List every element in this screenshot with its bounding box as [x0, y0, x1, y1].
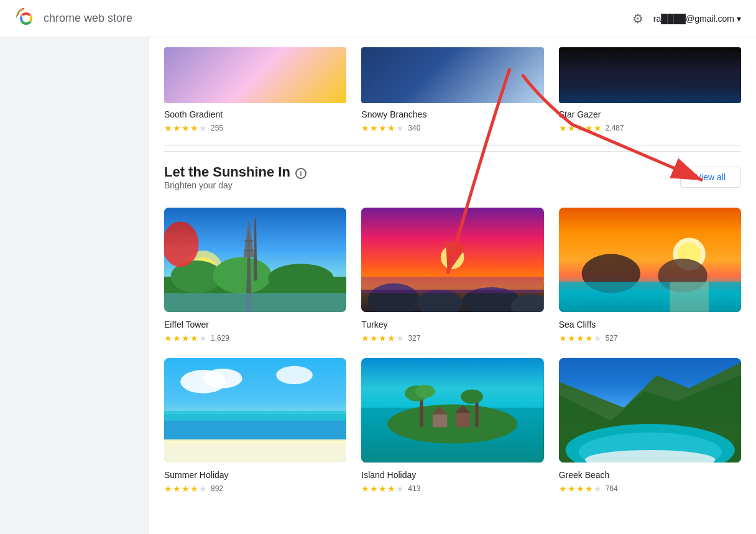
star-1: ★	[559, 333, 567, 343]
star-2: ★	[370, 123, 378, 133]
star-4: ★	[585, 484, 593, 494]
star-5: ★	[199, 123, 207, 133]
rating-count: 527	[606, 334, 618, 343]
theme-thumbnail	[164, 208, 346, 312]
star-1: ★	[164, 333, 172, 343]
svg-point-45	[461, 389, 484, 403]
star-rating: ★ ★ ★ ★ ★	[559, 484, 602, 494]
theme-thumbnail	[361, 47, 543, 103]
user-email-text: ra████@gmail.com	[653, 14, 734, 24]
chrome-logo-icon	[15, 7, 37, 30]
info-icon[interactable]: i	[295, 168, 307, 179]
rating-count: 327	[408, 334, 420, 343]
rating-count: 255	[211, 124, 223, 132]
star-4: ★	[190, 123, 198, 133]
star-3: ★	[576, 484, 584, 494]
star-3: ★	[182, 123, 190, 133]
star-1: ★	[361, 484, 369, 494]
svg-rect-22	[361, 277, 543, 293]
section-header: Let the Sunshine In i Brighten your day …	[164, 164, 741, 203]
theme-card-sooth-gradient[interactable]: Sooth Gradient ★ ★ ★ ★ ★ 255	[164, 47, 346, 133]
rating-row: ★ ★ ★ ★ ★ 527	[559, 333, 741, 343]
theme-name: Island Holiday	[361, 470, 543, 480]
svg-rect-29	[670, 282, 709, 312]
rating-row: ★ ★ ★ ★ ★ 892	[164, 484, 346, 494]
theme-name: Turkey	[361, 320, 543, 329]
view-all-button[interactable]: View all	[680, 167, 741, 188]
theme-thumbnail	[164, 47, 346, 103]
star-rating: ★ ★ ★ ★ ★	[559, 123, 602, 133]
section-title-wrap: Let the Sunshine In i	[164, 164, 307, 180]
svg-rect-35	[164, 411, 346, 421]
svg-point-40	[387, 405, 518, 444]
rating-count: 2,487	[606, 124, 624, 132]
star-4: ★	[387, 123, 395, 133]
svg-rect-37	[164, 439, 346, 444]
rating-row: ★ ★ ★ ★ ★ 764	[559, 484, 741, 494]
star-5: ★	[396, 484, 404, 494]
star-2: ★	[568, 484, 576, 494]
star-5: ★	[199, 484, 207, 494]
theme-card-turkey[interactable]: Turkey ★ ★ ★ ★ ★ 327	[361, 208, 543, 343]
star-5: ★	[396, 123, 404, 133]
svg-rect-21	[361, 290, 543, 312]
star-4: ★	[585, 333, 593, 343]
theme-card-island-holiday[interactable]: Island Holiday ★ ★ ★ ★ ★ 413	[361, 358, 543, 494]
header-right: ⚙ ra████@gmail.com ▾	[632, 11, 741, 26]
top-themes-section: Sooth Gradient ★ ★ ★ ★ ★ 255 Snowy Branc…	[164, 37, 741, 146]
theme-name: Greek Beach	[559, 470, 741, 480]
star-rating: ★ ★ ★ ★ ★	[559, 333, 602, 343]
star-1: ★	[559, 123, 567, 133]
theme-card-sea-cliffs[interactable]: Sea Cliffs ★ ★ ★ ★ ★ 527	[559, 208, 741, 343]
rating-row: ★ ★ ★ ★ ★ 413	[361, 484, 543, 494]
dropdown-chevron-icon: ▾	[737, 14, 741, 24]
theme-thumbnail	[361, 208, 543, 312]
rating-count: 892	[211, 484, 223, 493]
rating-row: ★ ★ ★ ★ ★ 327	[361, 333, 543, 343]
svg-point-43	[415, 385, 435, 398]
theme-card-eiffel-tower[interactable]: Eiffel Tower ★ ★ ★ ★ ★ 1,629	[164, 208, 346, 343]
star-rating: ★ ★ ★ ★ ★	[361, 484, 404, 494]
star-1: ★	[361, 123, 369, 133]
theme-card-greek-beach[interactable]: Greek Beach ★ ★ ★ ★ ★ 764	[559, 358, 741, 494]
section-title: Let the Sunshine In	[164, 164, 290, 180]
svg-rect-48	[456, 413, 470, 427]
user-account-button[interactable]: ra████@gmail.com ▾	[653, 14, 741, 24]
theme-thumbnail	[361, 358, 543, 463]
star-5: ★	[594, 484, 602, 494]
star-1: ★	[164, 123, 172, 133]
rating-count: 764	[606, 484, 618, 493]
star-3: ★	[182, 333, 190, 343]
theme-card-summer-holiday[interactable]: Summer Holiday ★ ★ ★ ★ ★ 892	[164, 358, 346, 494]
star-rating: ★ ★ ★ ★ ★	[361, 123, 404, 133]
star-4: ★	[387, 484, 395, 494]
star-2: ★	[568, 333, 576, 343]
star-2: ★	[173, 333, 181, 343]
star-4: ★	[585, 123, 593, 133]
settings-icon[interactable]: ⚙	[632, 11, 643, 26]
rating-count: 413	[408, 484, 420, 493]
star-2: ★	[568, 123, 576, 133]
svg-point-16	[441, 246, 464, 269]
store-title: chrome web store	[44, 12, 132, 25]
section-subtitle: Brighten your day	[164, 180, 307, 190]
svg-point-33	[276, 366, 313, 384]
page-layout: Sooth Gradient ★ ★ ★ ★ ★ 255 Snowy Branc…	[0, 37, 756, 534]
theme-thumbnail	[164, 358, 346, 463]
svg-point-32	[203, 369, 242, 388]
star-rating: ★ ★ ★ ★ ★	[164, 484, 207, 494]
rating-count: 1,629	[211, 334, 229, 343]
rating-row: ★ ★ ★ ★ ★ 340	[361, 123, 543, 133]
rating-count: 340	[408, 124, 420, 132]
theme-name: Summer Holiday	[164, 470, 346, 480]
theme-card-star-gazer[interactable]: Star Gazer ★ ★ ★ ★ ★ 2,487	[559, 47, 741, 133]
star-rating: ★ ★ ★ ★ ★	[361, 333, 404, 343]
star-2: ★	[173, 484, 181, 494]
star-rating: ★ ★ ★ ★ ★	[164, 333, 207, 343]
theme-name: Snowy Branches	[361, 109, 543, 119]
star-1: ★	[164, 484, 172, 494]
theme-name: Star Gazer	[559, 109, 741, 119]
theme-card-snowy-branches[interactable]: Snowy Branches ★ ★ ★ ★ ★ 340	[361, 47, 543, 133]
svg-rect-28	[559, 282, 741, 312]
star-1: ★	[559, 484, 567, 494]
